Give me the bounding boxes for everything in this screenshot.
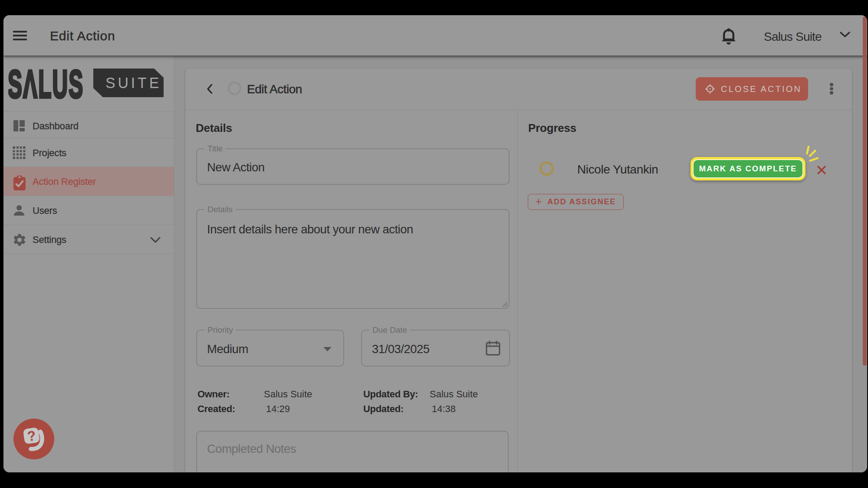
svg-text:SΛLUS: SΛLUS (8, 69, 84, 100)
svg-text:SUITE: SUITE (105, 75, 161, 92)
